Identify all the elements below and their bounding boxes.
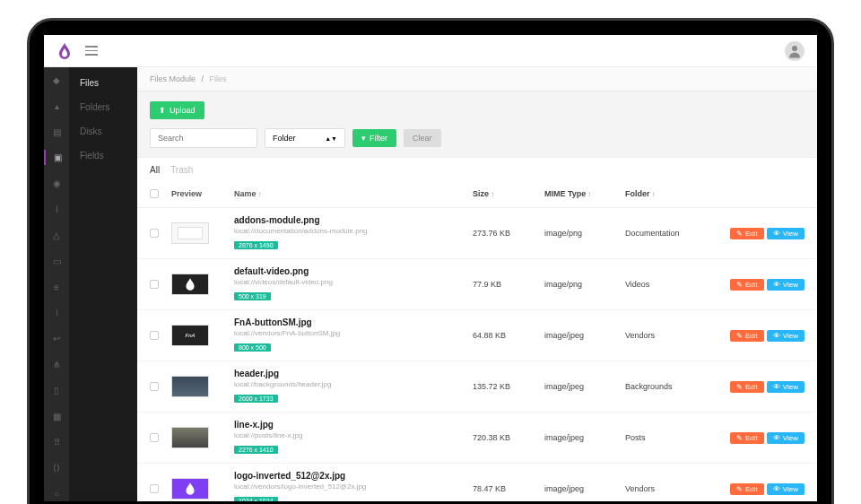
file-name[interactable]: logo-inverted_512@2x.jpg (234, 471, 473, 481)
table-row: default-video.pnglocal://videos/default-… (137, 259, 817, 310)
rail-share-icon[interactable]: ⋔ (44, 357, 69, 372)
file-size: 135.72 KB (473, 382, 544, 391)
filter-button[interactable]: ▾ Filter (352, 129, 396, 147)
rail-users-icon[interactable]: ⠿ (44, 435, 69, 450)
edit-button[interactable]: ✎Edit (730, 381, 764, 393)
folder-select[interactable]: Folder ▲▼ (265, 128, 345, 148)
dimensions-badge: 800 x 500 (234, 343, 271, 352)
sidenav-item-disks[interactable]: Disks (69, 119, 137, 143)
row-checkbox[interactable] (150, 331, 159, 340)
files-table: Preview Name↕ Size↕ MIME Type↕ Folder↕ a… (137, 182, 817, 501)
search-input[interactable] (150, 128, 257, 148)
sidenav-item-files[interactable]: Files (69, 71, 137, 95)
table-row: logo-inverted_512@2x.jpglocal://vendors/… (137, 464, 817, 501)
dimensions-badge: 1024 x 1024 (234, 497, 278, 501)
upload-button[interactable]: ⬆ Upload (150, 101, 204, 119)
sidenav-item-fields[interactable]: Fields (69, 143, 137, 168)
eye-icon: 👁 (773, 281, 780, 289)
file-folder[interactable]: Videos (625, 280, 715, 289)
rail-storage-icon[interactable]: ▤ (44, 125, 69, 140)
tab-all[interactable]: All (150, 165, 160, 175)
row-checkbox[interactable] (150, 382, 159, 391)
file-mime: image/jpeg (544, 382, 625, 391)
col-preview: Preview (171, 189, 234, 200)
rail-list-icon[interactable]: ≡ (44, 280, 69, 295)
filter-label: Filter (370, 134, 387, 143)
tab-trash[interactable]: Trash (170, 165, 193, 175)
row-checkbox[interactable] (150, 229, 159, 238)
rail-gear-icon[interactable]: ○ (44, 486, 69, 501)
eye-icon: 👁 (773, 332, 780, 340)
file-path: local://videos/default-video.png (234, 278, 473, 286)
rail-link-icon[interactable]: ⌇ (44, 202, 69, 217)
rail-chat-icon[interactable]: ◉ (44, 176, 69, 191)
view-button[interactable]: 👁View (767, 279, 804, 291)
view-button[interactable]: 👁View (767, 432, 804, 444)
eye-icon: 👁 (773, 230, 780, 238)
rail-sliders-icon[interactable]: ⁞ (44, 305, 69, 320)
rail-monitor-icon[interactable]: ▭ (44, 254, 69, 269)
file-folder[interactable]: Documentation (625, 229, 715, 238)
eye-icon: 👁 (773, 434, 780, 442)
file-thumbnail (171, 478, 209, 500)
menu-toggle[interactable] (85, 46, 98, 56)
file-name[interactable]: FnA-buttonSM.jpg (234, 317, 473, 327)
dimensions-badge: 2876 x 1490 (234, 241, 278, 249)
file-folder[interactable]: Posts (625, 433, 715, 442)
pencil-icon: ✎ (736, 281, 743, 289)
sidenav-item-folders[interactable]: Folders (69, 95, 137, 119)
row-checkbox[interactable] (150, 484, 159, 493)
view-button[interactable]: 👁View (767, 381, 804, 393)
row-checkbox[interactable] (150, 280, 159, 289)
edit-button[interactable]: ✎Edit (730, 279, 764, 291)
sort-icon: ↕ (491, 190, 494, 198)
funnel-icon: ▾ (361, 134, 366, 143)
file-folder[interactable]: Backgrounds (625, 382, 715, 391)
edit-button[interactable]: ✎Edit (730, 330, 764, 342)
view-button[interactable]: 👁View (767, 228, 804, 239)
col-mime[interactable]: MIME Type↕ (544, 189, 625, 200)
breadcrumb: Files Module / Files (137, 67, 817, 91)
file-mime: image/jpeg (544, 484, 625, 493)
rail-grid-icon[interactable]: ▦ (44, 409, 69, 424)
upload-label: Upload (170, 106, 196, 115)
select-all-checkbox[interactable] (150, 189, 159, 198)
rail-bell-icon[interactable]: △ (44, 228, 69, 243)
user-avatar[interactable] (785, 41, 804, 61)
dimensions-badge: 2276 x 1410 (234, 446, 278, 454)
file-size: 78.47 KB (473, 484, 544, 493)
file-folder[interactable]: Vendors (625, 331, 715, 340)
file-name[interactable]: header.jpg (234, 369, 473, 378)
sidenav: FilesFoldersDisksFields (69, 67, 137, 501)
edit-button[interactable]: ✎Edit (730, 228, 764, 239)
col-folder[interactable]: Folder↕ (625, 189, 715, 200)
rail-code-icon[interactable]: ⟨⟩ (44, 460, 69, 475)
folder-select-label: Folder (273, 134, 296, 143)
edit-button[interactable]: ✎Edit (730, 432, 764, 444)
rail-reply-icon[interactable]: ↩ (44, 331, 69, 346)
file-mime: image/jpeg (544, 433, 625, 442)
file-path: local://documentation/addons-module.png (234, 227, 473, 235)
table-row: FnAFnA-buttonSM.jpglocal://vendors/FnA-b… (137, 310, 817, 361)
file-name[interactable]: addons-module.png (234, 215, 473, 225)
file-mime: image/png (544, 229, 625, 238)
rail-trash-icon[interactable]: ▯ (44, 383, 69, 398)
breadcrumb-module[interactable]: Files Module (150, 74, 196, 83)
file-thumbnail: FnA (171, 325, 209, 346)
rail-flame-icon[interactable]: ▴ (44, 99, 69, 114)
view-button[interactable]: 👁View (767, 483, 804, 495)
edit-button[interactable]: ✎Edit (730, 483, 764, 495)
file-folder[interactable]: Vendors (625, 484, 715, 493)
topbar (44, 35, 817, 67)
row-checkbox[interactable] (150, 433, 159, 442)
col-name[interactable]: Name↕ (234, 189, 473, 200)
file-name[interactable]: default-video.png (234, 266, 473, 276)
file-name[interactable]: line-x.jpg (234, 420, 473, 430)
col-size[interactable]: Size↕ (473, 189, 544, 200)
rail-dashboard-icon[interactable]: ◆ (44, 73, 69, 88)
clear-button[interactable]: Clear (404, 129, 441, 147)
view-button[interactable]: 👁View (767, 330, 804, 342)
chevron-updown-icon: ▲▼ (325, 135, 337, 142)
rail-files-icon[interactable]: ▣ (44, 150, 69, 165)
file-thumbnail (171, 376, 209, 397)
